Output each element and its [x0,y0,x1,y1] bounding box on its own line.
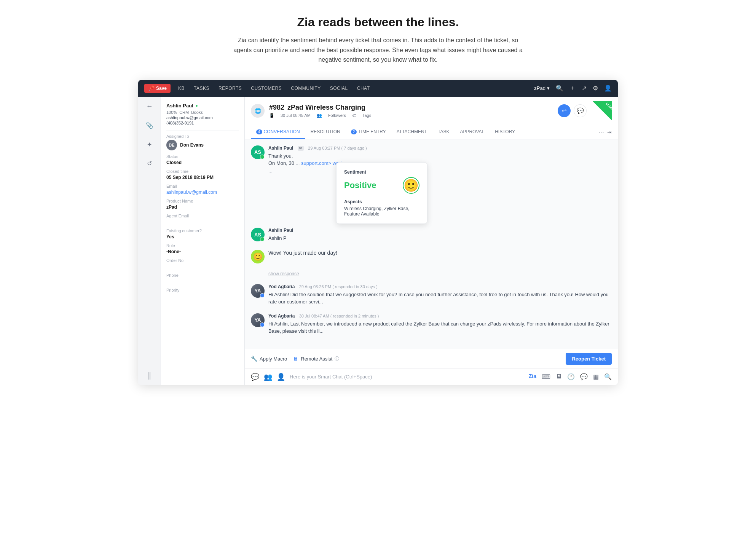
apply-macro-button[interactable]: 🔧 Apply Macro [251,356,287,362]
contact-meta: 100% CRM Books [166,110,239,115]
agent-badge-1 [260,293,265,298]
settings-icon[interactable]: ⚙ [593,85,598,92]
message-block-1: AS Ashlin Paul ✉ 29 Aug 03:27 PM ( 7 day… [251,145,612,175]
chat-icon: 💬 [251,373,259,381]
msg-channel-badge: ✉ [298,146,304,151]
save-button[interactable]: 📌 Save [144,84,171,93]
reply-button[interactable]: ↩ [558,104,571,117]
message-header-1: Ashlin Paul ✉ 29 Aug 03:27 PM ( 7 days a… [268,145,612,151]
msg-body-part2: On Mon, 30 [268,160,294,166]
conversation-area: AS Ashlin Paul ✉ 29 Aug 03:27 PM ( 7 day… [245,139,618,349]
nav-reports[interactable]: REPORTS [219,86,242,91]
bot-body: Wow! You just made our day! [268,250,337,256]
back-button[interactable]: ← [144,101,156,113]
role-label: Role [166,243,239,248]
resize-handle[interactable]: ║ [144,373,156,385]
existing-customer-value: Yes [166,234,239,239]
role-value: -None- [166,249,239,254]
agent-email-label: Agent Email [166,214,239,218]
external-link-icon[interactable]: ↗ [582,85,587,92]
screen-icon[interactable]: 🖥 [556,373,562,380]
agent-content-1: Yod Agbaria 29 Aug 03:26 PM ( responded … [268,284,612,306]
remote-assist-info-icon: ⓘ [335,356,339,362]
hero-description: Zia can identify the sentiment behind ev… [230,35,526,65]
assigned-to-row: DE Don Evans [166,140,239,150]
save-icon: 📌 [148,85,155,91]
ticket-date: 30 Jul 08:45 AM [281,113,311,118]
ticket-meta: 📱 30 Jul 08:45 AM 👥 Followers 🏷 Tags [269,113,371,118]
nav-customers[interactable]: CUSTOMERS [251,86,282,91]
avatar-badge-2 [260,237,265,241]
msg-body-ellipsis: ... [296,160,300,166]
keyboard-icon[interactable]: ⌨ [542,373,550,380]
product-label: Product Name [166,199,239,203]
ticket-bottom-bar: 🔧 Apply Macro 🖥 Remote Assist ⓘ Reopen T… [245,349,618,369]
followers-label[interactable]: Followers [328,113,346,118]
smart-chat-input[interactable]: Here is your Smart Chat (Ctrl+Space) [290,374,524,380]
left-icon-bar: ← 📎 ✦ ↺ ║ [138,97,161,385]
nav-social[interactable]: SOCIAL [330,86,348,91]
status-label: Status [166,154,239,159]
tab-resolution[interactable]: RESOLUTION [305,125,346,139]
agent-body-2: Hi Ashlin, Last November, we introduced … [268,320,612,335]
user-avatar[interactable]: 👤 [604,85,612,92]
ticket-phone-icon: 📱 [269,113,274,118]
grid-icon[interactable]: ▦ [593,373,599,380]
add-icon[interactable]: ＋ [569,84,576,92]
show-response-link[interactable]: show response [268,271,612,276]
reopen-ticket-button[interactable]: Reopen Ticket [566,353,612,365]
main-layout: ← 📎 ✦ ↺ ║ Ashlin Paul ● 100% CRM Books a… [138,97,618,385]
nav-kb[interactable]: KB [178,86,185,91]
ticket-id: #982 [269,104,284,112]
ticket-header-actions: ↩ 💬 CLOSED [558,101,612,120]
agent-header-1: Yod Agbaria 29 Aug 03:26 PM ( responded … [268,284,612,289]
history-icon[interactable]: ↺ [144,158,156,170]
share-icon[interactable]: ⇥ [607,129,612,135]
msg-body-1: Thank you, On Mon, 30 ... support.com> w… [268,152,612,175]
closed-time-value: 05 Sep 2018 08:19 PM [166,175,239,180]
conversation-badge: 4 [256,129,262,134]
bot-message: 😊 Wow! You just made our day! [251,250,612,263]
priority-label: Priority [166,288,239,292]
message-header-2: Ashlin Paul [268,228,612,233]
search-icon[interactable]: 🔍 [556,85,563,92]
followers-icon: 👥 [317,113,322,118]
contact-email-display: ashlinpaul.w@gmail.com [166,115,239,120]
status-value: Closed [166,160,239,165]
remote-assist-button[interactable]: 🖥 Remote Assist ⓘ [293,356,339,362]
nav-chat[interactable]: CHAT [357,86,370,91]
online-indicator: ● [196,104,198,108]
message-content-2: Ashlin Paul Ashlin P [268,228,612,242]
nav-zpad[interactable]: zPad ▾ [534,85,550,91]
page-title: Zia reads between the lines. [8,15,748,29]
message-avatar-2: AS [251,228,265,241]
tab-approval[interactable]: APPROVAL [455,125,490,139]
sentiment-value: Positive [344,180,376,190]
contacts-icon: 👤 [277,373,285,381]
chat-bubble-icon[interactable]: 💬 [580,373,588,380]
agent-message-1: YA Yod Agbaria 29 Aug 03:26 PM ( respond… [251,284,612,306]
top-navigation: 📌 Save KB TASKS REPORTS CUSTOMERS COMMUN… [138,80,618,97]
zia-icon[interactable]: Zia [529,373,536,380]
tab-conversation[interactable]: 4CONVERSATION [251,125,305,139]
more-options-icon[interactable]: ··· [598,128,604,136]
tab-time-entry[interactable]: 2TIME ENTRY [346,125,391,139]
attachment-icon[interactable]: 📎 [144,120,156,132]
tags-label[interactable]: Tags [362,113,371,118]
tab-history[interactable]: HISTORY [490,125,520,139]
agent-avatar-1: YA [251,284,265,298]
clock-icon[interactable]: 🕐 [567,373,575,380]
search2-icon[interactable]: 🔍 [604,373,612,380]
message-button[interactable]: 💬 [574,104,587,117]
contact-name: Ashlin Paul [166,103,193,109]
star-icon[interactable]: ✦ [144,139,156,151]
nav-tasks[interactable]: TASKS [194,86,209,91]
assigned-to-label: Assigned To [166,134,239,139]
contact-crm: CRM [179,110,189,115]
contact-books: Books [191,110,203,115]
tab-task[interactable]: TASK [432,125,455,139]
agent-badge-2 [260,322,265,327]
tab-attachment[interactable]: ATTACHMENT [391,125,432,139]
smart-chat-tools: Zia ⌨ 🖥 🕐 💬 ▦ 🔍 [529,373,612,380]
nav-community[interactable]: COMMUNITY [291,86,321,91]
